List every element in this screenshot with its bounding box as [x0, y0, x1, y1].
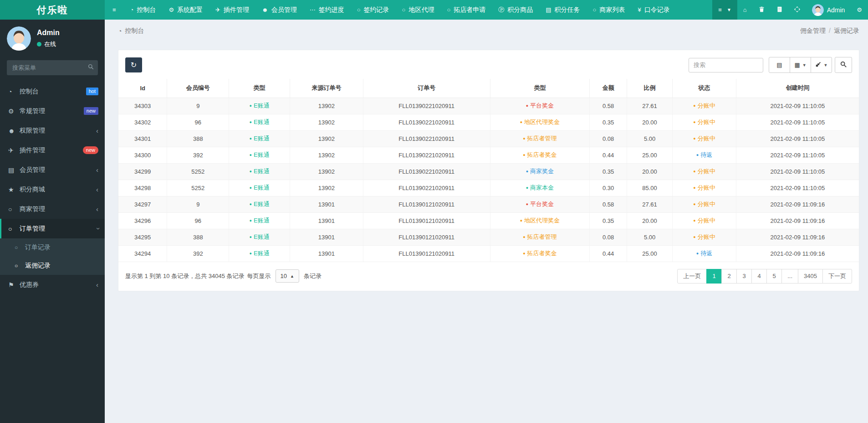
home-icon: ⌂: [743, 6, 747, 13]
table-search-input[interactable]: [689, 58, 763, 72]
refresh-button[interactable]: ↻: [125, 57, 142, 72]
log-button[interactable]: [771, 0, 788, 20]
top-nav-item-label: 拓店者申请: [454, 6, 485, 14]
cell-type: ●E账通: [229, 229, 290, 245]
cell-created: 2021-02-09 11:09:16: [736, 196, 859, 212]
sidebar-item-常规管理[interactable]: ⚙常规管理new: [0, 101, 105, 121]
status-dot-icon: ●: [520, 120, 522, 124]
export-button[interactable]: ▼: [811, 57, 832, 73]
cell-ratio: 27.61: [627, 196, 673, 212]
cell-ratio: 20.00: [627, 212, 673, 229]
sidebar-item-控制台[interactable]: ◔控制台hot: [0, 82, 105, 101]
sidebar-item-label: 订单管理: [20, 225, 45, 233]
top-nav-item-地区代理[interactable]: ○地区代理: [396, 0, 441, 20]
top-nav-item-商家列表[interactable]: ○商家列表: [587, 0, 632, 20]
chevron-down-icon: ‹: [93, 227, 101, 230]
sidebar-item-label: 常规管理: [20, 107, 45, 115]
chevron-left-icon: ‹: [96, 127, 98, 134]
prev-page-button[interactable]: 上一页: [677, 269, 707, 284]
sidebar-user-name: Admin: [37, 29, 60, 37]
settings-button[interactable]: ⚙: [851, 0, 868, 20]
top-nav-item-会员管理[interactable]: ☻会员管理: [255, 0, 303, 20]
detail-view-button[interactable]: ▤: [769, 57, 790, 73]
status-dot-icon: ●: [520, 218, 522, 223]
top-nav-item-控制台[interactable]: ◔控制台: [124, 0, 163, 20]
cell-ratio: 25.00: [627, 245, 673, 262]
online-dot-icon: [37, 42, 41, 46]
tasks-icon: ▤: [546, 6, 551, 13]
page-button-5[interactable]: 5: [766, 269, 782, 284]
table-view-button-group: ▤ ▦▼ ▼: [769, 57, 832, 73]
cell-created: 2021-02-09 11:10:05: [736, 180, 859, 196]
status-dot-icon: ●: [693, 120, 695, 124]
top-nav-item-插件管理[interactable]: ✈插件管理: [209, 0, 255, 20]
cell-amount: 0.58: [590, 196, 627, 212]
cell-ratio: 25.00: [627, 147, 673, 163]
sidebar-subitem-订单记录[interactable]: ○订单记录: [0, 238, 105, 257]
cell-category: ●拓店者管理: [490, 130, 590, 147]
columns-button[interactable]: ▦▼: [790, 57, 811, 73]
next-page-button[interactable]: 下一页: [822, 269, 852, 284]
breadcrumb-parent[interactable]: 佣金管理: [800, 27, 826, 34]
sidebar-toggle-button[interactable]: ≡: [105, 0, 124, 20]
page-button-3[interactable]: 3: [736, 269, 752, 284]
navbar-user-menu[interactable]: Admin: [806, 0, 851, 20]
sidebar-item-label: 插件管理: [20, 146, 45, 155]
page-button-4[interactable]: 4: [751, 269, 767, 284]
top-nav-item-签约记录[interactable]: ○签约记录: [351, 0, 396, 20]
list-caret-button[interactable]: ≡▼: [712, 0, 737, 20]
cell-status: ●待返: [673, 245, 736, 262]
column-header-类型: 类型: [229, 79, 290, 98]
sidebar-item-积分商城[interactable]: ★积分商城‹: [0, 180, 105, 199]
page-size-select[interactable]: 10▲: [276, 269, 299, 283]
cell-type: ●E账通: [229, 130, 290, 147]
cell-amount: 0.35: [590, 212, 627, 229]
top-nav-item-系统配置[interactable]: ⚙系统配置: [162, 0, 209, 20]
sidebar-subitem-返佣记录[interactable]: ○返佣记录: [0, 257, 105, 275]
expand-button[interactable]: [788, 0, 806, 20]
status-dot-icon: ●: [250, 153, 252, 157]
circle-icon: ○: [8, 225, 20, 232]
cell-order-no: FLL01390121020911: [363, 229, 490, 245]
cell-status: ●待返: [673, 147, 736, 163]
sidebar-item-插件管理[interactable]: ✈插件管理new: [0, 140, 105, 160]
sidebar-item-商家管理[interactable]: ○商家管理‹: [0, 199, 105, 219]
top-nav-item-积分商品[interactable]: Ⓟ积分商品: [492, 0, 539, 20]
brand-logo[interactable]: 付乐啦: [0, 0, 105, 20]
top-nav-item-label: 地区代理: [408, 6, 434, 14]
top-nav-item-label: 积分任务: [555, 6, 580, 14]
cell-id: 34298: [118, 180, 167, 196]
page-button-1[interactable]: 1: [706, 269, 722, 284]
cell-source-order: 13902: [290, 114, 363, 130]
status-text: 分账中: [698, 135, 715, 142]
page-button-3405[interactable]: 3405: [798, 269, 823, 284]
breadcrumb-current[interactable]: 控制台: [125, 27, 144, 35]
cell-created: 2021-02-09 11:10:05: [736, 130, 859, 147]
status-dot-icon: ●: [693, 218, 695, 223]
page-button-2[interactable]: 2: [721, 269, 737, 284]
status-text: 地区代理奖金: [524, 119, 560, 125]
sidebar-item-订单管理[interactable]: ○订单管理‹: [0, 219, 105, 238]
top-nav-item-口令记录[interactable]: ¥口令记录: [631, 0, 676, 20]
page-ellipsis-button[interactable]: ...: [781, 269, 798, 284]
cell-created: 2021-02-09 11:10:05: [736, 114, 859, 130]
top-nav-item-签约进度[interactable]: ⋯签约进度: [303, 0, 351, 20]
yen-icon: ¥: [638, 6, 641, 13]
sidebar-item-优惠券[interactable]: ⚑优惠券‹: [0, 275, 105, 294]
cell-status: ●分账中: [673, 114, 736, 130]
top-nav-item-拓店者申请[interactable]: ○拓店者申请: [440, 0, 492, 20]
cell-status: ●分账中: [673, 130, 736, 147]
search-submit-button[interactable]: [835, 57, 852, 73]
chevron-left-icon: ‹: [96, 166, 98, 174]
home-button[interactable]: ⌂: [737, 0, 753, 20]
sidebar-item-权限管理[interactable]: ☻权限管理‹: [0, 121, 105, 140]
status-dot-icon: ●: [523, 251, 525, 256]
users-icon: ☻: [8, 127, 20, 134]
table-row: 34294392●E账通13901FLL01390121020911●拓店者奖金…: [118, 245, 859, 262]
top-nav-item-积分任务[interactable]: ▤积分任务: [539, 0, 586, 20]
sidebar-item-会员管理[interactable]: ▤会员管理‹: [0, 160, 105, 180]
chevron-left-icon: ‹: [96, 281, 98, 289]
cell-category: ●拓店者管理: [490, 229, 590, 245]
trash-button[interactable]: [753, 0, 771, 20]
sidebar-search-input[interactable]: [7, 60, 98, 75]
